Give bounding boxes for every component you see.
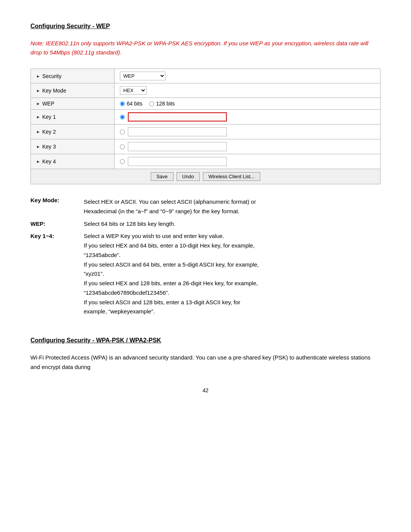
security-select[interactable]: WEP WPA-PSK WPA2-PSK	[120, 72, 166, 80]
label-key1: Key 1	[42, 114, 56, 120]
table-row-key1: ► Key 1	[31, 110, 381, 125]
save-button[interactable]: Save	[151, 172, 174, 181]
arrow-icon-key4: ►	[36, 159, 40, 164]
arrow-icon-key1: ►	[36, 115, 40, 119]
desc-row-key1to4: Key 1~4: Select a WEP Key you wish to us…	[30, 230, 381, 318]
key2-input[interactable]	[128, 127, 227, 136]
arrow-icon-key2: ►	[36, 129, 40, 134]
desc-table: Key Mode: Select HEX or ASCII. You can s…	[30, 196, 381, 318]
table-row-key-mode: ► Key Mode HEX ASCII	[31, 83, 381, 98]
desc-row-wep: WEP: Select 64 bits or 128 bits key leng…	[30, 218, 381, 230]
desc-term-wep: WEP:	[30, 220, 45, 227]
bottom-section: Configuring Security - WPA-PSK / WPA2-PS…	[30, 337, 381, 372]
label-key4: Key 4	[42, 158, 56, 165]
table-row-key3: ► Key 3	[31, 139, 381, 154]
table-row-key4: ► Key 4	[31, 154, 381, 169]
radio-128bits-label: 128 bits	[156, 101, 175, 107]
key4-input[interactable]	[128, 157, 227, 166]
key4-radio[interactable]	[120, 159, 125, 164]
key1-input[interactable]	[128, 112, 227, 121]
page-number: 42	[30, 387, 381, 393]
wpa-intro-text: Wi-Fi Protected Access (WPA) is an advan…	[30, 353, 381, 372]
table-row-buttons: Save Undo Wireless Client List...	[31, 169, 381, 184]
radio-128bits[interactable]: 128 bits	[149, 101, 175, 107]
desc-text-wep: Select 64 bits or 128 bits key length.	[84, 218, 381, 230]
label-wep: WEP	[42, 101, 54, 107]
desc-term-key-mode: Key Mode:	[30, 197, 59, 203]
arrow-icon-wep: ►	[36, 101, 40, 106]
key-mode-select[interactable]: HEX ASCII	[120, 86, 147, 95]
radio-64bits[interactable]: 64 bits	[120, 101, 142, 107]
label-key3: Key 3	[42, 144, 56, 150]
wireless-client-list-button[interactable]: Wireless Client List...	[203, 172, 260, 181]
label-security: Security	[42, 73, 62, 79]
key1-radio[interactable]	[120, 115, 125, 120]
desc-text-key1to4: Select a WEP Key you wish to use and ent…	[84, 230, 381, 318]
arrow-icon-key3: ►	[36, 144, 40, 149]
arrow-icon-keymode: ►	[36, 88, 40, 93]
desc-text-key-mode: Select HEX or ASCII. You can select ASCI…	[84, 196, 381, 218]
page-heading-wep: Configuring Security - WEP	[30, 23, 381, 30]
radio-64bits-label: 64 bits	[127, 101, 142, 107]
radio-128bits-input[interactable]	[149, 101, 154, 106]
radio-64bits-input[interactable]	[120, 101, 125, 106]
note-text: Note: IEEE802.11n only supports WPA2-PSK…	[30, 39, 381, 57]
arrow-icon-security: ►	[36, 74, 40, 78]
page-heading-wpa: Configuring Security - WPA-PSK / WPA2-PS…	[30, 337, 381, 344]
label-key-mode: Key Mode	[42, 88, 66, 94]
key2-radio[interactable]	[120, 129, 125, 134]
label-key2: Key 2	[42, 129, 56, 135]
table-row-key2: ► Key 2	[31, 125, 381, 139]
key3-input[interactable]	[128, 142, 227, 151]
table-row-security: ► Security WEP WPA-PSK WPA2-PSK	[31, 69, 381, 83]
desc-row-key-mode: Key Mode: Select HEX or ASCII. You can s…	[30, 196, 381, 218]
description-section: Key Mode: Select HEX or ASCII. You can s…	[30, 196, 381, 318]
key3-radio[interactable]	[120, 144, 125, 149]
desc-term-key1to4: Key 1~4:	[30, 233, 54, 239]
table-row-wep: ► WEP 64 bits 128 bits	[31, 98, 381, 110]
config-table: ► Security WEP WPA-PSK WPA2-PSK ►	[30, 69, 381, 184]
undo-button[interactable]: Undo	[177, 172, 200, 181]
